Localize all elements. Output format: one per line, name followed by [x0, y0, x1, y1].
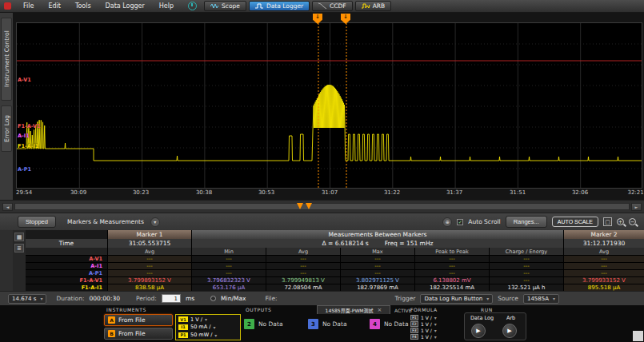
ranges-button[interactable]: Ranges... — [506, 216, 547, 228]
menu-tools[interactable]: Tools — [68, 2, 98, 10]
zoom-in-icon[interactable]: + — [617, 218, 624, 225]
tab-ccdf[interactable]: CCDF — [312, 1, 353, 11]
tab-scope-label: Scope — [222, 2, 240, 10]
resize-grip[interactable] — [633, 331, 643, 341]
scroll-right-button[interactable]: ► — [631, 203, 642, 211]
slot-b-badge: B — [108, 330, 115, 337]
marker1-header[interactable]: Marker 1 — [108, 230, 192, 239]
source-select[interactable]: 14585A ▾ — [523, 294, 559, 304]
tab-arb[interactable]: ARB — [355, 1, 392, 11]
period-input[interactable]: 1 — [162, 294, 181, 303]
table-view-icon[interactable]: ▦ — [14, 233, 24, 241]
trigger-select[interactable]: Data Log Run Button ▾ — [420, 294, 493, 304]
data-logger-icon — [255, 2, 264, 10]
chevron-down-icon: ▾ — [434, 328, 437, 333]
overview-marker1[interactable] — [297, 203, 303, 209]
tab-arb-label: ARB — [373, 2, 386, 10]
instrument-a-from-file-button[interactable]: A From File — [104, 314, 173, 326]
row-label: F1-A-I1 — [26, 284, 108, 291]
menu-file[interactable]: File — [16, 2, 41, 10]
output3-badge: 3 — [308, 319, 318, 329]
panel-collapse-button[interactable]: ▾ — [150, 217, 160, 227]
auto-scale-button[interactable]: AUTO SCALE — [552, 217, 598, 227]
output1-group[interactable]: V1 1 V / ▾ I1 50 mA / ▾ P1 50 mW / ▾ — [175, 314, 241, 340]
datalog-file-tab-title: 14585界面-PWM測試 — [326, 307, 374, 314]
measurement-cell: 182.97869 mA — [341, 284, 415, 291]
run-panel: Data Log Arb ▶ ▶ — [464, 312, 526, 340]
sidebar-tab-error-log[interactable]: Error Log — [1, 105, 12, 152]
instruments-section-label: INSTRUMENTS — [106, 307, 146, 312]
marker1-time: 31:05.553715 — [108, 239, 192, 248]
p1-scale: 50 mW / — [190, 332, 212, 338]
menu-data-logger[interactable]: Data Logger — [98, 2, 152, 10]
scrollbar-track[interactable] — [14, 203, 630, 210]
instrument-b-from-file-button[interactable]: B From File — [104, 328, 173, 340]
center-marker-icon[interactable]: ⊕ — [442, 217, 452, 227]
arb-icon — [362, 2, 370, 10]
tab-data-logger[interactable]: Data Logger — [249, 1, 310, 11]
col-header-peak-to-peak: Peak to Peak — [415, 248, 490, 255]
zoom-window-icon[interactable]: ▢ — [603, 217, 612, 226]
timebase-select[interactable]: 14.674 s ▾ — [8, 294, 46, 304]
f1-scale: 1 V / — [421, 315, 432, 320]
measurement-cell: --- — [341, 256, 415, 262]
output3-group[interactable]: 3 No Data — [308, 319, 347, 329]
waveform-plot[interactable] — [16, 22, 642, 189]
output1-current-scale[interactable]: I1 50 mA / ▾ — [178, 324, 238, 330]
output1-voltage-scale[interactable]: V1 1 V / ▾ — [178, 316, 238, 323]
formula-f2[interactable]: F2 1 V / ▾ — [410, 321, 437, 327]
formula-f4[interactable]: F4 1 V / ▾ — [410, 334, 437, 340]
plus-icon: + — [618, 219, 623, 225]
scroll-left-icon: ◄ — [6, 205, 10, 209]
marker-arrow-icon: ↓ — [315, 14, 320, 20]
table-row: F1-A-I1 838.58 µA 653.176 µA 72.08504 mA… — [26, 284, 644, 291]
tab-scope[interactable]: Scope — [204, 1, 246, 11]
channel-label[interactable]: F1-A-V1 — [18, 123, 40, 129]
datalog-file-tab[interactable]: 14585界面-PWM測試 × — [317, 305, 390, 314]
list-view-icon[interactable]: ≣ — [14, 244, 24, 253]
formula-f1[interactable]: F1 1 V / ▾ — [410, 315, 437, 320]
output1-power-scale[interactable]: P1 50 mW / ▾ — [178, 332, 238, 338]
minmax-radio[interactable] — [210, 296, 216, 301]
table-row: A-P1 --- --- --- --- --- --- --- — [26, 269, 644, 276]
channel-label[interactable]: A-V1 — [18, 77, 31, 83]
chart-area[interactable]: ↓ ↓ A-V1 F1-A-V1 A-I1 F1-A-I1 A-P1 29:54… — [13, 13, 644, 200]
freq-value: Freq = 151 mHz — [385, 240, 434, 247]
row-label: A-I1 — [26, 263, 108, 269]
overview-marker2[interactable] — [306, 203, 312, 209]
close-icon[interactable]: × — [378, 307, 382, 313]
acquisition-settings-row: 14.674 s ▾ Duration: 000:00:30 Period: 1… — [0, 291, 644, 305]
output4-group[interactable]: 4 No Data — [370, 319, 409, 329]
menu-help[interactable]: Help — [152, 2, 181, 10]
table-corner — [26, 230, 108, 239]
list-icon: ≣ — [17, 245, 22, 252]
measurement-cell: 182.325514 mA — [415, 284, 490, 291]
x-axis-tick: 31:37 — [446, 189, 462, 196]
x-axis-tick: 30:23 — [133, 189, 149, 196]
power-icon[interactable] — [188, 2, 197, 10]
ccdf-icon — [318, 2, 327, 10]
measurement-cell: --- — [490, 277, 564, 284]
zoom-out-icon[interactable]: − — [629, 218, 636, 225]
measurement-cell: --- — [564, 256, 644, 262]
run-state-button[interactable]: Stopped — [18, 216, 56, 228]
auto-scroll-checkbox[interactable]: ✓ — [457, 219, 463, 225]
measurement-cell: --- — [192, 256, 266, 262]
formula-f3[interactable]: F3 1 V / ▾ — [410, 328, 437, 333]
output2-group[interactable]: 2 No Data — [244, 319, 283, 329]
f4-scale: 1 V / — [421, 334, 432, 340]
marker2-header[interactable]: Marker 2 — [564, 230, 644, 239]
scroll-left-button[interactable]: ◄ — [2, 203, 13, 211]
datalog-run-button[interactable]: ▶ — [471, 324, 486, 338]
channel-label[interactable]: F1-A-I1 — [18, 143, 38, 149]
menu-edit[interactable]: Edit — [41, 2, 68, 10]
chevron-down-icon: ▾ — [154, 219, 156, 225]
arb-run-button[interactable]: ▶ — [502, 324, 517, 338]
table-column-headers: Avg Min Avg Max Peak to Peak Charge / En… — [26, 248, 644, 255]
formula-section-label: FORMULA — [410, 307, 438, 312]
v1-scale: 1 V / — [190, 316, 202, 323]
chart-scrollbar[interactable]: ◄ ► — [0, 200, 644, 213]
channel-label[interactable]: A-I1 — [18, 133, 30, 139]
sidebar-tab-instrument-control[interactable]: Instrument Control — [1, 18, 12, 101]
channel-label[interactable]: A-P1 — [18, 166, 31, 173]
